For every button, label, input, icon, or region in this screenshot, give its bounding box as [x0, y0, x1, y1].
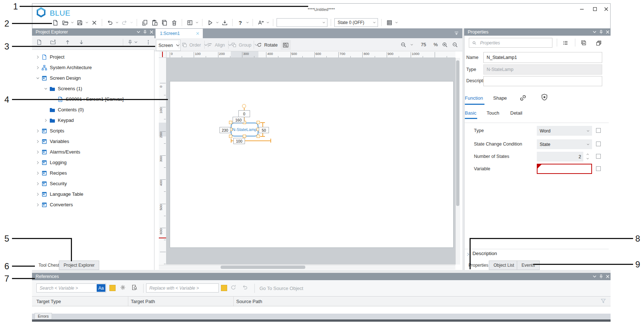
rotation-handle[interactable] — [242, 104, 246, 108]
state-combo[interactable]: State 0 (OFF) — [334, 18, 378, 27]
paste-properties-icon[interactable] — [596, 40, 602, 46]
duplicate-button[interactable] — [160, 18, 169, 27]
spinner-up-icon[interactable] — [586, 152, 589, 156]
chevron-down-icon[interactable] — [195, 21, 199, 24]
resize-handle-nw[interactable] — [229, 121, 232, 124]
tab-errors[interactable]: Errors — [35, 313, 52, 319]
subtab-detail[interactable]: Detail — [510, 110, 522, 116]
num-states-checkbox[interactable] — [596, 154, 601, 159]
spinner-down-icon[interactable] — [586, 157, 589, 160]
pin-icon[interactable] — [599, 274, 604, 279]
new-file-button[interactable] — [51, 18, 60, 27]
tab-close-icon[interactable] — [196, 31, 200, 36]
delete-button[interactable] — [170, 18, 178, 27]
chevron-right-icon[interactable] — [36, 150, 40, 154]
go-to-source-button[interactable]: Go To Source Object — [259, 286, 303, 291]
tree-item-system-architecture[interactable]: System Architecture — [32, 62, 154, 73]
type-checkbox[interactable] — [596, 128, 601, 133]
panel-close-icon[interactable] — [605, 29, 610, 35]
references-search-input[interactable] — [36, 283, 106, 293]
resize-handle-se[interactable] — [257, 135, 260, 138]
chevron-down-icon[interactable] — [134, 40, 138, 44]
close-project-button[interactable] — [90, 18, 98, 27]
undo-button[interactable] — [105, 18, 114, 27]
tree-item-logging[interactable]: Logging — [32, 157, 154, 168]
panel-menu-icon[interactable] — [592, 274, 597, 279]
auto-hide-icon[interactable] — [127, 39, 133, 45]
references-replace-input[interactable] — [146, 283, 219, 293]
paste-button[interactable] — [150, 18, 159, 27]
column-target-type[interactable]: Target Type — [36, 299, 61, 304]
panel-menu-icon[interactable] — [592, 29, 597, 35]
tree-item-alarms-events[interactable]: Alarms/Events — [32, 147, 154, 157]
zoom-value[interactable]: 75 — [421, 42, 426, 47]
chevron-right-icon[interactable] — [36, 203, 40, 207]
chevron-right-icon[interactable] — [36, 160, 40, 165]
variable-field-error[interactable] — [537, 164, 592, 174]
zoom-menu-icon[interactable] — [410, 43, 414, 47]
tree-item-security[interactable]: Security — [32, 178, 154, 189]
chevron-right-icon[interactable] — [36, 182, 40, 186]
name-field[interactable] — [483, 52, 602, 63]
tree-item-screens-1[interactable]: Screens (1) — [32, 83, 154, 94]
copy-properties-icon[interactable] — [581, 40, 587, 46]
highlight-button[interactable] — [109, 285, 116, 291]
chevron-right-icon[interactable] — [36, 192, 40, 196]
chevron-right-icon[interactable] — [36, 65, 40, 70]
close-button[interactable] — [603, 6, 609, 12]
chevron-down-icon[interactable] — [395, 21, 398, 24]
tree-item-keypad[interactable]: Keypad — [32, 115, 154, 126]
tab-object-list[interactable]: Object List — [489, 261, 519, 270]
variable-checkbox[interactable] — [596, 166, 601, 171]
tree-item-recipes[interactable]: Recipes — [32, 168, 154, 178]
chevron-right-icon[interactable] — [36, 139, 40, 144]
resize-handle-ne[interactable] — [257, 121, 260, 124]
open-button[interactable] — [61, 18, 69, 27]
tab-link-icon[interactable] — [519, 94, 527, 102]
redo-button[interactable] — [120, 18, 129, 27]
chevron-down-icon[interactable] — [36, 76, 40, 80]
horizontal-splitter[interactable] — [32, 270, 611, 273]
chevron-down-icon[interactable] — [216, 21, 219, 24]
align-dropdown[interactable]: Align — [207, 40, 233, 50]
tab-list-icon[interactable] — [454, 31, 459, 36]
tab-screen1[interactable]: 1:Screen1 — [156, 29, 203, 38]
zoom-selection-icon[interactable] — [452, 42, 458, 48]
chevron-right-icon[interactable] — [36, 171, 40, 175]
grid-settings-button[interactable] — [385, 18, 394, 27]
zoom-out-icon[interactable] — [401, 42, 406, 48]
state-change-checkbox[interactable] — [596, 142, 601, 146]
tree-item-converters[interactable]: Converters — [32, 199, 154, 210]
properties-search[interactable] — [469, 38, 552, 48]
horizontal-scrollbar-thumb[interactable] — [221, 266, 305, 269]
subtab-basic[interactable]: Basic — [465, 110, 476, 116]
properties-search-input[interactable] — [479, 40, 549, 46]
subtab-touch[interactable]: Touch — [487, 110, 499, 116]
pin-icon[interactable] — [142, 29, 148, 35]
tree-item-contents-0[interactable]: Contents (0) — [32, 104, 154, 115]
chevron-down-icon[interactable] — [266, 21, 270, 24]
chevron-down-icon[interactable] — [115, 21, 119, 24]
num-states-field[interactable]: 2 — [537, 152, 583, 162]
help-button[interactable]: ? — [236, 18, 245, 27]
chevron-right-icon[interactable] — [36, 129, 40, 133]
tab-security-icon[interactable] — [541, 94, 548, 101]
column-source-path[interactable]: Source Path — [236, 299, 262, 304]
description-field[interactable] — [483, 76, 602, 86]
filter-icon[interactable] — [600, 298, 606, 304]
description-section-title[interactable]: Description — [472, 251, 497, 256]
find-on-screen-button[interactable] — [281, 40, 291, 50]
more-options-icon[interactable] — [145, 39, 151, 45]
list-view-icon[interactable] — [563, 40, 568, 46]
minimize-button[interactable] — [579, 6, 585, 12]
tab-project-explorer[interactable]: Project Explorer — [59, 261, 99, 270]
new-item-icon[interactable] — [36, 39, 42, 45]
chevron-down-icon[interactable] — [246, 21, 249, 24]
tab-events[interactable]: Events — [517, 261, 540, 270]
chevron-right-icon[interactable] — [44, 118, 48, 123]
chevron-down-icon[interactable] — [85, 21, 89, 24]
tab-properties-bottom[interactable]: Properties — [464, 261, 493, 270]
undo-replace-button[interactable] — [242, 285, 249, 291]
panel-close-icon[interactable] — [149, 29, 154, 35]
chevron-down-icon[interactable] — [71, 21, 74, 24]
